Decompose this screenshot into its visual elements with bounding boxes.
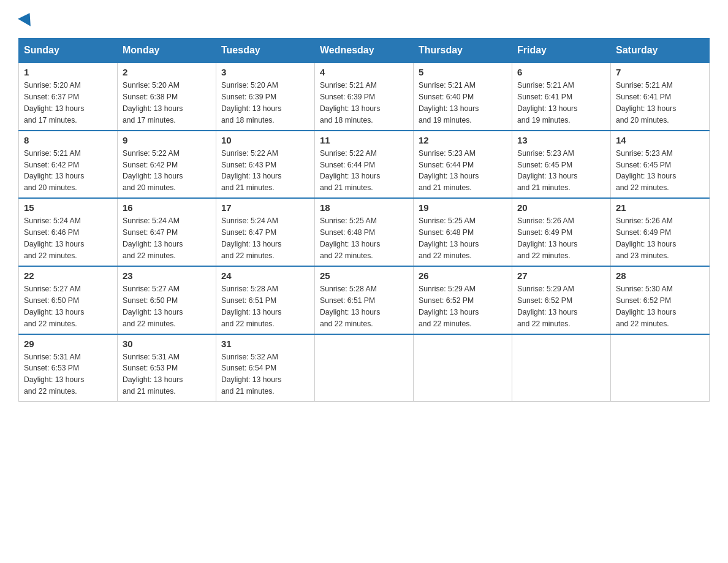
cell-info: Sunrise: 5:31 AMSunset: 6:53 PMDaylight:… <box>123 351 211 398</box>
weekday-header-monday: Monday <box>118 39 216 63</box>
cell-info: Sunrise: 5:20 AMSunset: 6:37 PMDaylight:… <box>24 80 112 126</box>
cell-info: Sunrise: 5:28 AMSunset: 6:51 PMDaylight:… <box>320 283 408 330</box>
calendar-week-row: 22Sunrise: 5:27 AMSunset: 6:50 PMDayligh… <box>19 266 710 334</box>
calendar-cell: 20Sunrise: 5:26 AMSunset: 6:49 PMDayligh… <box>512 198 611 266</box>
day-number: 14 <box>616 135 704 145</box>
cell-info: Sunrise: 5:23 AMSunset: 6:45 PMDaylight:… <box>616 148 704 194</box>
calendar-cell <box>315 334 414 402</box>
calendar-cell: 30Sunrise: 5:31 AMSunset: 6:53 PMDayligh… <box>118 334 216 402</box>
day-number: 3 <box>221 67 309 77</box>
cell-info: Sunrise: 5:22 AMSunset: 6:44 PMDaylight:… <box>320 148 408 194</box>
cell-info: Sunrise: 5:30 AMSunset: 6:52 PMDaylight:… <box>616 283 704 330</box>
calendar-cell: 1Sunrise: 5:20 AMSunset: 6:37 PMDaylight… <box>19 63 118 131</box>
calendar-cell: 23Sunrise: 5:27 AMSunset: 6:50 PMDayligh… <box>118 266 216 334</box>
cell-info: Sunrise: 5:26 AMSunset: 6:49 PMDaylight:… <box>616 215 704 262</box>
day-number: 23 <box>123 270 211 281</box>
cell-info: Sunrise: 5:22 AMSunset: 6:43 PMDaylight:… <box>221 148 309 194</box>
calendar-cell: 19Sunrise: 5:25 AMSunset: 6:48 PMDayligh… <box>414 198 512 266</box>
calendar-cell: 16Sunrise: 5:24 AMSunset: 6:47 PMDayligh… <box>118 198 216 266</box>
weekday-header-wednesday: Wednesday <box>315 39 414 63</box>
day-number: 25 <box>320 270 408 281</box>
calendar-cell: 25Sunrise: 5:28 AMSunset: 6:51 PMDayligh… <box>315 266 414 334</box>
calendar-cell: 12Sunrise: 5:23 AMSunset: 6:44 PMDayligh… <box>414 131 512 199</box>
logo <box>18 12 34 26</box>
weekday-header-saturday: Saturday <box>611 39 710 63</box>
cell-info: Sunrise: 5:27 AMSunset: 6:50 PMDaylight:… <box>24 283 112 330</box>
calendar-cell: 8Sunrise: 5:21 AMSunset: 6:42 PMDaylight… <box>19 131 118 199</box>
cell-info: Sunrise: 5:22 AMSunset: 6:42 PMDaylight:… <box>123 148 211 194</box>
calendar-cell: 22Sunrise: 5:27 AMSunset: 6:50 PMDayligh… <box>19 266 118 334</box>
calendar-cell <box>512 334 611 402</box>
cell-info: Sunrise: 5:29 AMSunset: 6:52 PMDaylight:… <box>419 283 507 330</box>
cell-info: Sunrise: 5:20 AMSunset: 6:38 PMDaylight:… <box>123 80 211 126</box>
calendar-cell: 11Sunrise: 5:22 AMSunset: 6:44 PMDayligh… <box>315 131 414 199</box>
cell-info: Sunrise: 5:23 AMSunset: 6:45 PMDaylight:… <box>517 148 605 194</box>
calendar-cell: 6Sunrise: 5:21 AMSunset: 6:41 PMDaylight… <box>512 63 611 131</box>
calendar-cell: 26Sunrise: 5:29 AMSunset: 6:52 PMDayligh… <box>414 266 512 334</box>
calendar-week-row: 15Sunrise: 5:24 AMSunset: 6:46 PMDayligh… <box>19 198 710 266</box>
calendar-cell: 4Sunrise: 5:21 AMSunset: 6:39 PMDaylight… <box>315 63 414 131</box>
day-number: 21 <box>616 202 704 213</box>
day-number: 6 <box>517 67 605 77</box>
day-number: 2 <box>123 67 211 77</box>
day-number: 7 <box>616 67 704 77</box>
cell-info: Sunrise: 5:21 AMSunset: 6:41 PMDaylight:… <box>517 80 605 126</box>
cell-info: Sunrise: 5:31 AMSunset: 6:53 PMDaylight:… <box>24 351 112 398</box>
cell-info: Sunrise: 5:20 AMSunset: 6:39 PMDaylight:… <box>221 80 309 126</box>
calendar-cell: 31Sunrise: 5:32 AMSunset: 6:54 PMDayligh… <box>216 334 315 402</box>
weekday-header-row: SundayMondayTuesdayWednesdayThursdayFrid… <box>19 39 710 63</box>
cell-info: Sunrise: 5:25 AMSunset: 6:48 PMDaylight:… <box>320 215 408 262</box>
day-number: 9 <box>123 135 211 145</box>
day-number: 5 <box>419 67 507 77</box>
calendar-cell: 14Sunrise: 5:23 AMSunset: 6:45 PMDayligh… <box>611 131 710 199</box>
calendar-week-row: 29Sunrise: 5:31 AMSunset: 6:53 PMDayligh… <box>19 334 710 402</box>
calendar-cell: 21Sunrise: 5:26 AMSunset: 6:49 PMDayligh… <box>611 198 710 266</box>
cell-info: Sunrise: 5:28 AMSunset: 6:51 PMDaylight:… <box>221 283 309 330</box>
cell-info: Sunrise: 5:21 AMSunset: 6:39 PMDaylight:… <box>320 80 408 126</box>
cell-info: Sunrise: 5:23 AMSunset: 6:44 PMDaylight:… <box>419 148 507 194</box>
weekday-header-tuesday: Tuesday <box>216 39 315 63</box>
cell-info: Sunrise: 5:21 AMSunset: 6:42 PMDaylight:… <box>24 148 112 194</box>
day-number: 27 <box>517 270 605 281</box>
weekday-header-sunday: Sunday <box>19 39 118 63</box>
day-number: 1 <box>24 67 112 77</box>
cell-info: Sunrise: 5:21 AMSunset: 6:41 PMDaylight:… <box>616 80 704 126</box>
day-number: 15 <box>24 202 112 213</box>
calendar-cell <box>611 334 710 402</box>
calendar-cell: 3Sunrise: 5:20 AMSunset: 6:39 PMDaylight… <box>216 63 315 131</box>
day-number: 13 <box>517 135 605 145</box>
calendar-cell: 10Sunrise: 5:22 AMSunset: 6:43 PMDayligh… <box>216 131 315 199</box>
day-number: 28 <box>616 270 704 281</box>
cell-info: Sunrise: 5:26 AMSunset: 6:49 PMDaylight:… <box>517 215 605 262</box>
calendar-cell: 9Sunrise: 5:22 AMSunset: 6:42 PMDaylight… <box>118 131 216 199</box>
day-number: 17 <box>221 202 309 213</box>
calendar-cell: 2Sunrise: 5:20 AMSunset: 6:38 PMDaylight… <box>118 63 216 131</box>
cell-info: Sunrise: 5:29 AMSunset: 6:52 PMDaylight:… <box>517 283 605 330</box>
calendar-cell: 5Sunrise: 5:21 AMSunset: 6:40 PMDaylight… <box>414 63 512 131</box>
calendar-cell: 27Sunrise: 5:29 AMSunset: 6:52 PMDayligh… <box>512 266 611 334</box>
day-number: 24 <box>221 270 309 281</box>
day-number: 12 <box>419 135 507 145</box>
cell-info: Sunrise: 5:24 AMSunset: 6:46 PMDaylight:… <box>24 215 112 262</box>
day-number: 18 <box>320 202 408 213</box>
cell-info: Sunrise: 5:25 AMSunset: 6:48 PMDaylight:… <box>419 215 507 262</box>
cell-info: Sunrise: 5:21 AMSunset: 6:40 PMDaylight:… <box>419 80 507 126</box>
weekday-header-thursday: Thursday <box>414 39 512 63</box>
calendar-cell: 17Sunrise: 5:24 AMSunset: 6:47 PMDayligh… <box>216 198 315 266</box>
day-number: 8 <box>24 135 112 145</box>
calendar-cell: 7Sunrise: 5:21 AMSunset: 6:41 PMDaylight… <box>611 63 710 131</box>
day-number: 11 <box>320 135 408 145</box>
cell-info: Sunrise: 5:24 AMSunset: 6:47 PMDaylight:… <box>221 215 309 262</box>
day-number: 20 <box>517 202 605 213</box>
calendar-cell: 24Sunrise: 5:28 AMSunset: 6:51 PMDayligh… <box>216 266 315 334</box>
logo-triangle-icon <box>18 9 36 26</box>
day-number: 31 <box>221 339 309 349</box>
day-number: 10 <box>221 135 309 145</box>
day-number: 29 <box>24 339 112 349</box>
day-number: 22 <box>24 270 112 281</box>
calendar-cell <box>414 334 512 402</box>
day-number: 26 <box>419 270 507 281</box>
day-number: 4 <box>320 67 408 77</box>
cell-info: Sunrise: 5:27 AMSunset: 6:50 PMDaylight:… <box>123 283 211 330</box>
cell-info: Sunrise: 5:32 AMSunset: 6:54 PMDaylight:… <box>221 351 309 398</box>
